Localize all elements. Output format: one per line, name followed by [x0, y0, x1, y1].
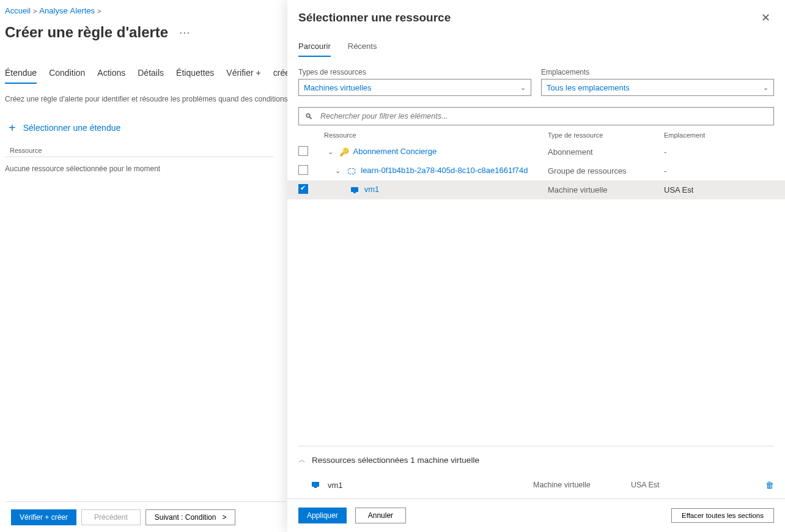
selected-type: Machine virtuelle — [533, 481, 631, 489]
divider — [5, 157, 274, 157]
selected-summary: ︿ Ressources sélectionnées 1 machine vir… — [298, 446, 774, 498]
breadcrumb-analyse[interactable]: Analyse — [39, 6, 67, 15]
chevron-down-icon[interactable]: ⌄ — [328, 148, 333, 155]
col-type: Type de ressource — [548, 131, 664, 139]
resource-type: Groupe de ressources — [548, 166, 664, 175]
location-label: Emplacements — [541, 68, 774, 76]
row-checkbox[interactable] — [298, 146, 308, 156]
resource-tree: ⌄ 🔑 Abonnement Concierge Abonnement - ⌄ … — [287, 142, 785, 446]
tab-details[interactable]: Détails — [138, 68, 164, 78]
resource-row-subscription[interactable]: ⌄ 🔑 Abonnement Concierge Abonnement - — [287, 142, 785, 161]
tab-review[interactable]: Vérifier + — [226, 68, 260, 78]
key-icon: 🔑 — [339, 147, 349, 157]
chevron-up-icon[interactable]: ︿ — [298, 455, 306, 465]
svg-rect-0 — [351, 187, 358, 192]
page-title: Créer une règle d'alerte — [5, 24, 168, 41]
resource-group-icon — [347, 166, 356, 176]
next-button-label: Suivant : Condition — [155, 513, 216, 522]
breadcrumb-home[interactable]: Accueil — [5, 6, 31, 15]
resource-row-group[interactable]: ⌄ learn-0f1b4b1b-2a78-405d-8c10-c8ae1661… — [287, 161, 785, 180]
select-scope-label: Sélectionner une étendue — [23, 123, 121, 133]
col-resource: Ressource — [319, 131, 548, 139]
apply-button[interactable]: Appliquer — [298, 508, 347, 523]
resource-type-select[interactable]: Machines virtuelles ⌄ — [298, 79, 531, 96]
breadcrumb-alertes[interactable]: Alertes — [70, 6, 95, 15]
resource-location: - — [664, 147, 774, 157]
select-scope-button[interactable]: + Sélectionner une étendue — [5, 122, 120, 134]
tab-recent[interactable]: Récents — [348, 42, 377, 57]
resource-row-vm[interactable]: vm1 Machine virtuelle USA Est — [287, 180, 785, 199]
svg-rect-2 — [312, 482, 319, 487]
next-button[interactable]: Suivant : Condition > — [146, 509, 236, 525]
search-input-wrapper[interactable]: 🔍︎ — [298, 107, 774, 125]
tab-browse[interactable]: Parcourir — [298, 42, 331, 57]
more-menu-icon[interactable]: ··· — [179, 26, 190, 39]
svg-rect-1 — [353, 192, 356, 193]
resource-type-value: Machines virtuelles — [304, 83, 372, 92]
table-header: Ressource Type de ressource Emplacement — [287, 125, 785, 142]
selected-location: USA Est — [631, 481, 765, 489]
vm-icon — [311, 480, 320, 490]
chevron-down-icon[interactable]: ⌄ — [335, 167, 341, 174]
tab-scope[interactable]: Étendue — [5, 68, 37, 84]
tab-tags[interactable]: Étiquettes — [176, 68, 214, 78]
row-checkbox[interactable] — [298, 184, 308, 194]
resource-type: Machine virtuelle — [548, 185, 664, 194]
delete-icon[interactable]: 🗑 — [765, 480, 774, 490]
chevron-right-icon: > — [222, 513, 226, 522]
resource-type: Abonnement — [548, 147, 664, 157]
row-checkbox[interactable] — [298, 165, 308, 175]
resource-name: learn-0f1b4b1b-2a78-405d-8c10-c8ae1661f7… — [361, 166, 528, 175]
location-select[interactable]: Tous les emplacements ⌄ — [541, 79, 774, 96]
svg-rect-3 — [314, 487, 317, 488]
clear-all-button[interactable]: Effacer toutes les sections — [671, 508, 774, 523]
chevron-down-icon: ⌄ — [520, 84, 526, 92]
tab-actions[interactable]: Actions — [97, 68, 125, 78]
vm-icon — [350, 185, 359, 195]
cancel-button[interactable]: Annuler — [355, 508, 406, 523]
page-footer: Vérifier + créer Précédent Suivant : Con… — [5, 501, 286, 532]
selected-name: vm1 — [328, 481, 343, 490]
previous-button: Précédent — [81, 509, 141, 525]
close-icon[interactable]: ✕ — [757, 9, 774, 27]
search-icon: 🔍︎ — [305, 112, 313, 121]
select-resource-panel: Sélectionner une ressource ✕ Parcourir R… — [287, 0, 785, 532]
panel-tabs: Parcourir Récents — [287, 27, 785, 57]
location-value: Tous les emplacements — [547, 83, 630, 92]
resource-location: - — [664, 166, 774, 175]
chevron-down-icon: ⌄ — [763, 84, 768, 92]
tab-condition[interactable]: Condition — [49, 68, 85, 83]
panel-footer: Appliquer Annuler Effacer toutes les sec… — [287, 498, 785, 532]
plus-icon: + — [9, 122, 16, 134]
resource-name: vm1 — [364, 185, 380, 194]
search-input[interactable] — [319, 111, 767, 121]
panel-title: Sélectionner une ressource — [298, 11, 451, 24]
resource-location: USA Est — [664, 185, 774, 194]
resource-name: Abonnement Concierge — [353, 147, 437, 156]
review-create-button[interactable]: Vérifier + créer — [11, 509, 76, 525]
summary-label: Ressources sélectionnées 1 machine virtu… — [312, 456, 479, 465]
selected-item-row: vm1 Machine virtuelle USA Est 🗑 — [298, 480, 774, 498]
col-location: Emplacement — [664, 131, 774, 139]
resource-type-label: Types de ressources — [298, 68, 531, 76]
